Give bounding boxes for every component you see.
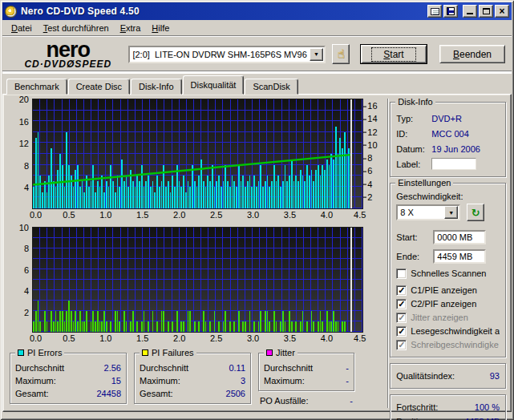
axis-tick-label: 0.0 [30,210,42,220]
charts-column: 20161284 161412108642 0.00.51.01.52.02.5… [6,99,384,408]
end-position-field[interactable]: 4459 MB [433,249,486,264]
checkbox-label: Lesegeschwindigkeit a [411,326,500,336]
axis-tick-label: 4 [24,183,29,192]
quit-button[interactable]: Beenden [439,45,505,63]
bar [289,311,290,332]
pi-errors-y-axis-left: 20161284 [6,99,32,209]
checkbox[interactable]: ✓ [396,340,407,350]
titlebar-chart-button[interactable] [427,5,442,18]
settings-group: Einstellungen Geschwindigkeit: 8 X ▼ ↻ S… [390,183,506,357]
speed-select-value: 8 X [398,208,444,217]
checkbox-row[interactable]: Schnelles Scannen [396,267,500,280]
checkbox[interactable]: ✓ [396,299,407,309]
po-failures-label: PO Ausfälle: [260,396,309,406]
book-icon [431,8,439,15]
pi-failures-chart: 108642 0.00.51.01.52.02.53.03.54.04.5 [6,227,384,345]
bar [91,321,92,332]
bar [79,311,81,332]
bar [238,311,240,332]
disk-info-group: Disk-Info Typ:DVD+R ID:MCC 004 Datum:19 … [390,102,506,177]
disk-label-row: Label: [396,156,500,172]
start-button[interactable]: Start [361,45,427,63]
disk-id-row: ID:MCC 004 [396,126,500,141]
menu-test-durchfuehren[interactable]: Test durchführen [38,22,115,34]
speed-select[interactable]: 8 X ▼ [396,204,460,220]
tab-disk-info[interactable]: Disk-Info [131,79,181,95]
checkbox[interactable]: ✓ [396,285,407,296]
bar [249,311,251,332]
bar [218,321,220,332]
speed-label: Geschwindigkeit: [396,192,500,201]
stat-row: Maximum:15 [15,374,121,387]
checkbox-row[interactable]: ✓Schreibgeschwindigke [396,338,500,351]
nero-logo: nero CD·DVDØSPEED [7,39,128,69]
start-position-field[interactable]: 0000 MB [433,230,486,244]
checkbox-label: Schreibgeschwindigke [411,340,498,349]
bar [57,321,59,332]
pi-errors-x-axis: 0.00.51.01.52.02.53.03.54.04.5 [32,209,363,221]
po-failures-value: - [350,396,353,406]
checkbox[interactable]: ✓ [396,313,407,323]
progress-row: Fortschritt:100 % [396,400,500,414]
eject-button[interactable]: ☝ [332,44,350,64]
bar [209,321,211,332]
checkbox-row[interactable]: ✓C1/PIE anzeigen [396,284,500,297]
end-position-row: Ende: 4459 MB [396,247,500,266]
checkbox-row[interactable]: ✓Jitter anzeigen [396,311,500,324]
scan-cursor [350,99,352,208]
menu-datei[interactable]: Datei [6,22,38,34]
maximize-icon [483,8,490,14]
disk-type-row: Typ:DVD+R [396,111,500,126]
menu-extra[interactable]: Extra [115,22,147,34]
tabstrip: Benchmark Create Disc Disk-Info Diskqual… [2,74,512,95]
bar [333,311,334,332]
bar [223,321,225,332]
menu-hilfe[interactable]: Hilfe [146,22,175,34]
pi-failures-y-axis-left: 108642 [6,227,32,333]
bar [99,321,101,332]
checkbox-row[interactable]: ✓Lesegeschwindigkeit a [396,325,500,337]
bar [163,311,164,332]
maximize-button[interactable] [479,5,493,18]
bar [342,321,343,332]
bar [44,311,46,332]
checkbox-list: Schnelles Scannen✓C1/PIE anzeigen✓C2/PIF… [396,267,500,351]
axis-tick-label: 3.5 [284,333,296,343]
axis-tick-label: 4 [24,286,29,296]
close-button[interactable]: × [495,5,509,18]
axis-tick-label: 14 [367,114,377,123]
axis-tick-label: 4 [367,179,372,188]
tab-create-disc[interactable]: Create Disc [68,79,130,95]
bar [253,321,255,332]
checkbox[interactable]: ✓ [396,326,407,337]
checkbox-row[interactable]: ✓C2/PIF anzeigen [396,297,500,310]
tab-scandisk[interactable]: ScanDisk [245,79,297,95]
pi-errors-plot-area [32,99,363,209]
drive-select-dropdown-button[interactable]: ▼ [310,48,323,61]
checkbox[interactable] [396,269,407,279]
pi-failures-right-spacer [363,227,384,333]
minimize-button[interactable] [463,5,477,18]
bar [92,311,94,332]
bar [276,321,277,332]
pi-failures-legend-swatch [142,349,148,356]
tab-benchmark[interactable]: Benchmark [6,79,67,95]
checkbox-label: C2/PIF anzeigen [411,299,476,309]
axis-tick-label: 1.5 [136,333,148,343]
tab-diskqualitaet[interactable]: Diskqualität [183,75,245,95]
bar [233,321,235,332]
bar [194,321,196,332]
refresh-button[interactable]: ↻ [467,204,484,221]
bar [326,311,328,332]
bar [103,311,105,332]
titlebar-save-button[interactable] [443,5,458,18]
drive-select[interactable]: [2:0] LITE-ON DVDRW SHM-165P6S MV96 ▼ [128,46,325,63]
titlebar: Nero CD-DVD Speed 4.50 × [2,2,512,20]
disk-label-field[interactable] [431,158,476,170]
stat-row: Maximum:- [264,374,349,387]
axis-tick-label: 10 [19,223,29,232]
speed-select-dropdown-button[interactable]: ▼ [444,206,458,219]
bar [68,301,70,332]
bar [300,321,302,332]
axis-tick-label: 1.0 [99,333,111,343]
